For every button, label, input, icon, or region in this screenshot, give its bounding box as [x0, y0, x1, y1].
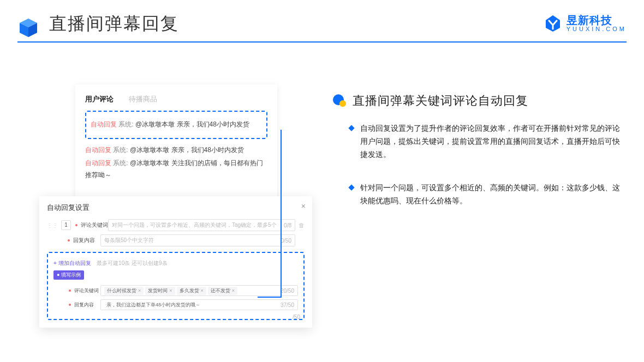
- system-tag: 系统:: [113, 159, 128, 167]
- add-hint: 最多可建10条 还可以创建9条: [97, 260, 167, 266]
- keyword-tag[interactable]: 多久发货×: [177, 287, 206, 295]
- keyword-tag[interactable]: 什么时候发货×: [104, 287, 144, 295]
- page-title: 直播间弹幕回复: [49, 12, 179, 36]
- right-title: 直播间弹幕关键词评论自动回复: [353, 93, 528, 109]
- diamond-bullet-icon: [348, 185, 354, 191]
- tab-pending-products[interactable]: 待播商品: [129, 94, 157, 104]
- auto-reply-settings-panel: 自动回复设置 × ⋮⋮ 1 评论关键词 对同一个问题，可设置多个相近、高频的关键…: [39, 196, 312, 328]
- brand-logo-icon: [544, 14, 562, 33]
- reply-counter: 0/50: [281, 238, 291, 244]
- reply-row: 回复内容 每条限50个中文字符 0/50 🗑: [47, 234, 305, 246]
- example-keyword-row: 评论关键词 什么时候发货×发货时间×多久发货×还不发货× 20/50: [53, 285, 298, 296]
- example-kw-counter: 20/50: [281, 288, 294, 294]
- comment-text: @冰墩墩本墩 关注我们的店铺，每日都有热门推荐呦～: [85, 159, 263, 179]
- brand-name-cn: 昱新科技: [567, 15, 627, 26]
- example-kw-label: 评论关键词: [74, 287, 100, 294]
- bullet-item: 自动回复设置为了提升作者的评论回复效率，作者可在开播前针对常见的评论用户问题，提…: [349, 122, 627, 161]
- example-rp-label: 回复内容: [74, 301, 100, 309]
- auto-reply-tag: 自动回复: [85, 159, 111, 167]
- drag-handle-icon[interactable]: ⋮⋮: [47, 222, 58, 228]
- required-dot-icon: [69, 289, 71, 292]
- svg-point-4: [339, 100, 346, 107]
- tag-remove-icon[interactable]: ×: [201, 288, 204, 293]
- chat-bubble-icon: [332, 93, 347, 108]
- example-kw-input[interactable]: 什么时候发货×发货时间×多久发货×还不发货× 20/50: [100, 285, 298, 296]
- example-highlight-box: + 增加自动回复 最多可建10条 还可以创建9条 ● 填写示例 评论关键词 什么…: [47, 252, 305, 320]
- connector-line: [281, 130, 282, 297]
- right-content: 直播间弹幕关键词评论自动回复 自动回复设置为了提升作者的评论回复效率，作者可在开…: [332, 93, 627, 208]
- reply-placeholder: 每条限50个中文字符: [104, 237, 154, 244]
- bullet-text: 针对同一个问题，可设置多个相近的、高频的关键词。例如：这款多少钱、这块能优惠吗、…: [360, 182, 627, 208]
- comments-panel: 用户评论 待播商品 自动回复 系统: @冰墩墩本墩 亲亲，我们48小时内发货 自…: [75, 85, 277, 202]
- comments-tabs: 用户评论 待播商品: [85, 94, 267, 104]
- required-dot-icon: [68, 239, 70, 242]
- connector-line: [258, 297, 282, 298]
- bullet-text: 自动回复设置为了提升作者的评论回复效率，作者可在开播前针对常见的评论用户问题，提…: [360, 122, 627, 161]
- stray-counter: /50: [293, 314, 300, 320]
- close-icon[interactable]: ×: [301, 202, 306, 210]
- tag-remove-icon[interactable]: ×: [138, 288, 141, 293]
- example-reply-text: 亲，我们这边都是下单48小时内发货的哦～: [106, 301, 200, 309]
- comment-line: 自动回复 系统: @冰墩墩本墩 亲亲，我们48小时内发货: [85, 144, 267, 156]
- keyword-counter: 0/8: [284, 222, 291, 228]
- required-dot-icon: [69, 304, 71, 306]
- brand-block: 昱新科技 YUUXIN.COM: [544, 14, 627, 33]
- right-heading: 直播间弹幕关键词评论自动回复: [332, 93, 627, 109]
- tag-remove-icon[interactable]: ×: [232, 288, 235, 293]
- reply-label: 回复内容: [73, 237, 100, 244]
- example-reply-row: 回复内容 亲，我们这边都是下单48小时内发货的哦～ 37/50: [53, 299, 298, 310]
- comment-line: 自动回复 系统: @冰墩墩本墩 亲亲，我们48小时内发货: [91, 119, 262, 131]
- keyword-input[interactable]: 对同一个问题，可设置多个相近、高频的关键词，Tag确定，最多5个 0/8: [108, 219, 295, 231]
- bullet-item: 针对同一个问题，可设置多个相近的、高频的关键词。例如：这款多少钱、这块能优惠吗、…: [349, 182, 627, 208]
- example-badge: ● 填写示例: [53, 270, 84, 280]
- comment-text: @冰墩墩本墩 亲亲，我们48小时内发货: [135, 120, 249, 128]
- example-tags: 什么时候发货×发货时间×多久发货×还不发货×: [104, 287, 239, 295]
- example-rp-input[interactable]: 亲，我们这边都是下单48小时内发货的哦～ 37/50: [100, 299, 298, 310]
- add-auto-reply-link[interactable]: + 增加自动回复: [53, 260, 91, 266]
- auto-reply-tag: 自动回复: [91, 120, 117, 128]
- system-tag: 系统:: [118, 120, 133, 128]
- keyword-label: 评论关键词: [81, 221, 108, 229]
- comment-line: 自动回复 系统: @冰墩墩本墩 关注我们的店铺，每日都有热门推荐呦～: [85, 158, 267, 181]
- comment-text: @冰墩墩本墩 亲亲，我们48小时内发货: [130, 146, 244, 154]
- required-dot-icon: [75, 224, 77, 226]
- keyword-placeholder: 对同一个问题，可设置多个相近、高频的关键词，Tag确定，最多5个: [112, 221, 277, 229]
- trash-icon[interactable]: 🗑: [299, 222, 305, 228]
- highlighted-comment: 自动回复 系统: @冰墩墩本墩 亲亲，我们48小时内发货: [85, 111, 267, 139]
- system-tag: 系统:: [113, 146, 128, 154]
- example-rp-counter: 37/50: [281, 302, 294, 308]
- reply-input[interactable]: 每条限50个中文字符 0/50: [100, 234, 295, 246]
- keyword-tag[interactable]: 还不发货×: [208, 287, 237, 295]
- tag-remove-icon[interactable]: ×: [169, 288, 172, 293]
- settings-title: 自动回复设置: [47, 203, 305, 213]
- cube-logo-icon: [17, 16, 39, 38]
- diamond-bullet-icon: [348, 125, 354, 131]
- tab-user-comments[interactable]: 用户评论: [85, 94, 114, 104]
- keyword-tag[interactable]: 发货时间×: [145, 287, 175, 295]
- auto-reply-tag: 自动回复: [85, 146, 111, 154]
- brand-name-en: YUUXIN.COM: [567, 26, 627, 32]
- header-divider: [17, 41, 627, 43]
- keyword-row: ⋮⋮ 1 评论关键词 对同一个问题，可设置多个相近、高频的关键词，Tag确定，最…: [47, 219, 305, 231]
- row-number: 1: [61, 220, 71, 230]
